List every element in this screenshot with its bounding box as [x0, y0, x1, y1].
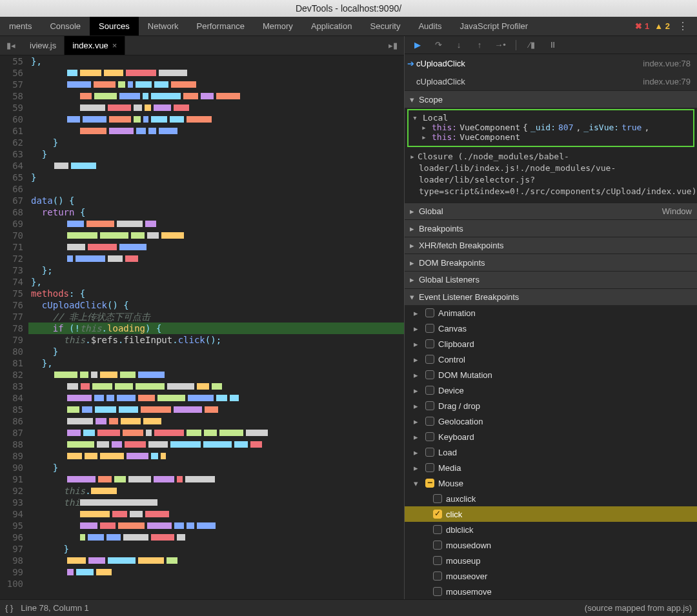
chevron-right-icon[interactable]: ▸ [421, 132, 429, 142]
global-listeners-header[interactable]: ▸Global Listeners [405, 271, 697, 288]
code-area[interactable]: }, } }}data() { return { };},methods: { … [28, 55, 404, 599]
panel-tab-network[interactable]: Network [139, 17, 188, 35]
scope-uid-value: 807 [558, 123, 573, 132]
scope-local-label: Local [423, 113, 448, 123]
chevron-right-icon: ▸ [414, 370, 421, 380]
window-title: DevTools - localhost:9090/ [296, 3, 401, 14]
resume-icon[interactable]: ▶ [412, 40, 423, 50]
line-number-gutter: 5556575859606162636465666768697071727374… [0, 55, 28, 599]
close-icon[interactable]: × [112, 41, 117, 50]
chevron-right-icon: ▸ [414, 386, 421, 395]
event-cat-device[interactable]: ▸Device [405, 383, 697, 398]
step-into-icon[interactable]: ↓ [454, 40, 464, 50]
checkbox[interactable] [433, 556, 442, 565]
chevron-down-icon[interactable]: ▾ [412, 113, 420, 123]
event-cat-canvas[interactable]: ▸Canvas [405, 321, 697, 336]
checkbox[interactable] [433, 494, 442, 503]
checkbox[interactable] [433, 525, 442, 534]
chevron-right-icon[interactable]: ▸ [410, 151, 418, 163]
warning-badge[interactable]: ▲ 2 [654, 21, 670, 31]
checkbox[interactable] [425, 417, 434, 426]
callstack-frame[interactable]: cUploadClick index.vue:78 [405, 54, 697, 72]
scope-isvue-value: true [621, 123, 641, 132]
panel-tab-sources[interactable]: Sources [90, 17, 139, 35]
step-icon[interactable]: →• [495, 40, 505, 50]
chevron-right-icon: ▸ [414, 355, 421, 364]
scope-local-box: ▾Local ▸ this: VueComponent { _uid: 807,… [407, 109, 694, 147]
panel-tab-memory[interactable]: Memory [254, 17, 302, 35]
event-click[interactable]: click [405, 506, 697, 522]
deactivate-breakpoints-icon[interactable]: ⁄▮ [527, 40, 537, 50]
event-cat-geolocation[interactable]: ▸Geolocation [405, 413, 697, 429]
more-tabs-icon[interactable]: ▸▮ [382, 36, 404, 55]
panel-tab-audits[interactable]: Audits [409, 17, 450, 35]
checkbox[interactable] [425, 432, 434, 441]
event-mousemove[interactable]: mousemove [405, 584, 697, 599]
chevron-right-icon: ▸ [414, 339, 421, 349]
event-mousedown[interactable]: mousedown [405, 537, 697, 553]
checkbox[interactable] [425, 401, 434, 410]
pause-on-exceptions-icon[interactable]: ⏸ [547, 40, 558, 50]
file-tab-index-vue[interactable]: index.vue × [65, 36, 125, 55]
panel-tab-elements[interactable]: ments [0, 17, 41, 35]
event-cat-load[interactable]: ▸Load [405, 444, 697, 460]
scope-global-header[interactable]: ▸ Global Window [405, 203, 697, 220]
chevron-right-icon: ▸ [414, 417, 421, 426]
checkbox[interactable] [425, 386, 434, 395]
checkbox[interactable] [433, 587, 442, 596]
checkbox[interactable] [433, 541, 442, 550]
code-editor[interactable]: 5556575859606162636465666768697071727374… [0, 55, 404, 599]
file-tab-strip: ▮◂ iview.js index.vue × ▸▮ [0, 36, 404, 55]
checkbox[interactable] [433, 571, 442, 581]
checkbox[interactable] [425, 370, 434, 379]
scope-this-type[interactable]: VueComponent [460, 123, 520, 132]
dom-breakpoints-header[interactable]: ▸DOM Breakpoints [405, 253, 697, 271]
file-tab-iview[interactable]: iview.js [22, 36, 65, 55]
scope-this-label: this: [432, 123, 457, 132]
checkbox[interactable] [425, 479, 434, 488]
scope-closure[interactable]: ▸Closure (./node_modules/babel-loader/li… [405, 148, 697, 203]
step-over-icon[interactable]: ↷ [433, 40, 443, 50]
event-dblclick[interactable]: dblclick [405, 522, 697, 537]
step-out-icon[interactable]: ↑ [474, 40, 485, 50]
event-listener-bp-header[interactable]: ▾Event Listener Breakpoints [405, 288, 697, 306]
scope-global-value: Window [662, 206, 692, 216]
event-cat-media[interactable]: ▸Media [405, 460, 697, 475]
event-cat-dom-mutation[interactable]: ▸DOM Mutation [405, 367, 697, 383]
event-cat-animation[interactable]: ▸Animation [405, 305, 697, 321]
scope-header[interactable]: ▾ Scope [405, 90, 697, 108]
event-cat-keyboard[interactable]: ▸Keyboard [405, 429, 697, 444]
checkbox[interactable] [433, 510, 442, 519]
panel-tab-console[interactable]: Console [41, 17, 90, 35]
panel-tab-jsprofiler[interactable]: JavaScript Profiler [451, 17, 537, 35]
callstack-frame[interactable]: cUploadClick index.vue:79 [405, 72, 697, 90]
breakpoints-header[interactable]: ▸Breakpoints [405, 219, 697, 237]
pretty-print-icon[interactable]: { } [5, 603, 13, 613]
checkbox[interactable] [425, 355, 434, 364]
checkbox[interactable] [425, 308, 434, 317]
panel-tab-security[interactable]: Security [361, 17, 409, 35]
checkbox[interactable] [425, 448, 434, 457]
event-cat-mouse[interactable]: ▾Mouse [405, 475, 697, 491]
chevron-right-icon[interactable]: ▸ [421, 123, 429, 132]
editor-status-bar: { } Line 78, Column 1 (source mapped fro… [0, 599, 697, 616]
devtools-panel-tabs: ments Console Sources Network Performanc… [0, 17, 697, 36]
debugger-toolbar: ▶ ↷ ↓ ↑ →• ⁄▮ ⏸ [405, 36, 697, 54]
navigator-toggle-icon[interactable]: ▮◂ [0, 36, 22, 55]
event-cat-drag-drop[interactable]: ▸Drag / drop [405, 398, 697, 413]
event-mouseup[interactable]: mouseup [405, 553, 697, 568]
event-mouseover[interactable]: mouseover [405, 568, 697, 584]
cursor-position: Line 78, Column 1 [21, 603, 89, 613]
event-cat-clipboard[interactable]: ▸Clipboard [405, 336, 697, 352]
xhr-breakpoints-header[interactable]: ▸XHR/fetch Breakpoints [405, 237, 697, 254]
event-cat-control[interactable]: ▸Control [405, 352, 697, 367]
checkbox[interactable] [425, 463, 434, 472]
checkbox[interactable] [425, 339, 434, 348]
event-auxclick[interactable]: auxclick [405, 491, 697, 506]
panel-tab-application[interactable]: Application [302, 17, 361, 35]
panel-tab-performance[interactable]: Performance [188, 17, 254, 35]
checkbox[interactable] [425, 324, 434, 333]
chevron-right-icon: ▸ [414, 324, 421, 333]
error-badge[interactable]: ✖ 1 [635, 21, 649, 31]
kebab-menu-icon[interactable]: ⋮ [675, 20, 691, 32]
